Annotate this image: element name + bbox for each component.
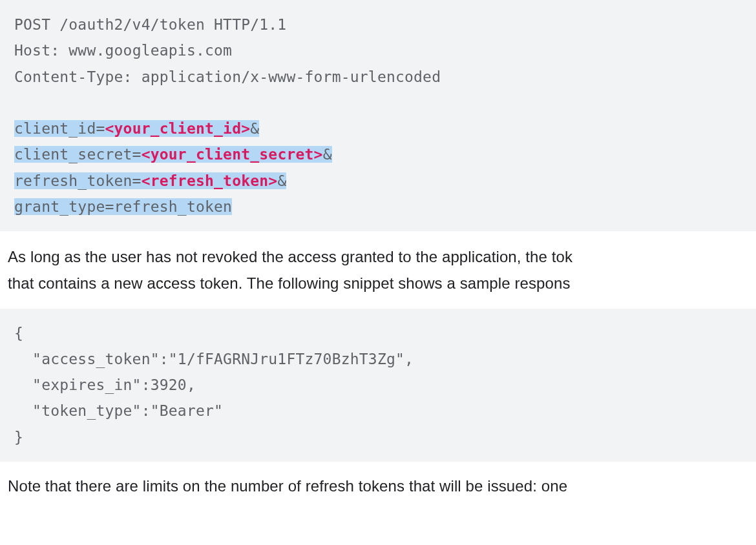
http-response-block[interactable]: { "access_token":"1/fFAGRNJru1FTz70BzhT3… (0, 309, 756, 462)
body-line-grant-type: grant_type=refresh_token (14, 198, 232, 215)
request-line: POST /oauth2/v4/token HTTP/1.1 (14, 16, 286, 33)
http-request-block[interactable]: POST /oauth2/v4/token HTTP/1.1 Host: www… (0, 0, 756, 231)
explanation-paragraph: As long as the user has not revoked the … (0, 231, 756, 309)
placeholder-client-secret: <your_client_secret> (142, 146, 323, 163)
host-header: Host: www.googleapis.com (14, 42, 232, 59)
content-type-header: Content-Type: application/x-www-form-url… (14, 68, 441, 85)
body-line-client-secret: client_secret=<your_client_secret>& (14, 146, 332, 163)
json-close-brace: } (14, 429, 23, 446)
json-token-type: "token_type":"Bearer" (14, 402, 223, 419)
placeholder-refresh-token: <refresh_token> (142, 172, 278, 189)
json-expires-in: "expires_in":3920, (14, 376, 196, 393)
json-access-token: "access_token":"1/fFAGRNJru1FTz70BzhT3Zg… (14, 351, 414, 367)
body-line-client-id: client_id=<your_client_id>& (14, 120, 259, 137)
note-paragraph: Note that there are limits on the number… (0, 462, 756, 500)
placeholder-client-id: <your_client_id> (105, 120, 250, 137)
body-line-refresh-token: refresh_token=<refresh_token>& (14, 172, 286, 189)
json-open-brace: { (14, 325, 23, 342)
